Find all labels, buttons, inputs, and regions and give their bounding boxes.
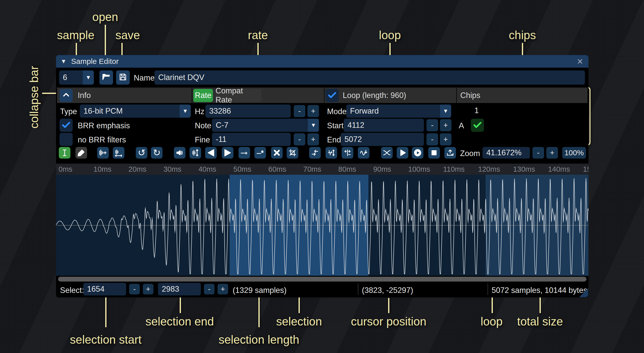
fine-plus-button[interactable]: + (307, 133, 319, 145)
chevron-down-icon[interactable]: ▼ (308, 119, 319, 132)
ruler-tick-label: 150ms (583, 165, 588, 173)
apply-filter-button[interactable] (358, 147, 369, 159)
trim-button[interactable] (287, 147, 298, 159)
signed-unsigned-button[interactable] (342, 147, 353, 159)
preview-button[interactable] (412, 147, 423, 159)
crossfade-button[interactable] (381, 147, 393, 159)
titlebar[interactable]: ▼ Sample Editor × (56, 55, 588, 68)
fine-input[interactable] (212, 133, 291, 146)
folder-open-icon (102, 72, 111, 83)
timeline-ruler[interactable]: 0ms10ms20ms30ms40ms50ms60ms70ms80ms90ms1… (56, 164, 588, 175)
annotation-sample: sample (57, 28, 94, 42)
loop-start-plus-button[interactable]: + (440, 119, 451, 131)
selection-end-input[interactable] (158, 283, 201, 295)
sample-name-input[interactable] (154, 70, 585, 85)
filter-icon (359, 148, 368, 157)
annotation-selection-start: selection start (70, 333, 142, 346)
selection-start-input[interactable] (83, 283, 126, 295)
loop-start-minus-button[interactable]: - (426, 119, 438, 131)
zoom-in-button[interactable]: + (546, 147, 558, 159)
fade-out-button[interactable] (222, 147, 233, 159)
selection-start-minus-button[interactable]: - (129, 284, 140, 294)
save-button[interactable] (116, 70, 130, 85)
loop-enable-checkbox[interactable] (326, 89, 339, 102)
redo-button[interactable]: ↻ (151, 147, 163, 159)
chip-enable-checkbox[interactable] (471, 119, 484, 132)
resize-button[interactable] (97, 147, 109, 159)
ruler-tick-label: 120ms (478, 165, 500, 173)
tab-rate[interactable]: Rate (193, 89, 213, 102)
sample-select[interactable]: 6 ▼ (59, 70, 94, 85)
page-background: open sample save rate loop chips collaps… (0, 0, 644, 353)
resample-button[interactable] (113, 147, 124, 159)
loop-end-plus-button[interactable]: + (440, 133, 451, 145)
selection-end-minus-button[interactable]: - (204, 284, 214, 294)
ruler-tick-label: 60ms (268, 165, 286, 173)
chips-column-label: 1 (474, 106, 479, 115)
annotation-open: open (92, 10, 118, 24)
collapse-bar-button[interactable] (60, 89, 73, 102)
floppy-disk-icon (119, 73, 127, 82)
hz-input[interactable] (205, 105, 291, 118)
ruler-tick-label: 10ms (94, 165, 112, 173)
total-size-text: 5072 samples, 10144 bytes (492, 286, 587, 295)
brr-emphasis-checkbox[interactable] (60, 119, 73, 132)
loop-end-minus-button[interactable]: - (426, 133, 438, 145)
zoom-out-button[interactable]: - (532, 147, 544, 159)
chips-row-label: A (459, 121, 464, 130)
loop-start-input[interactable] (344, 119, 424, 132)
status-divider (488, 283, 488, 295)
play-button[interactable] (397, 147, 408, 159)
invert-icon (327, 148, 336, 157)
chevron-down-icon[interactable]: ▼ (440, 105, 451, 118)
window-title: Sample Editor (71, 57, 119, 66)
zoom-reset-button[interactable]: 100% (562, 147, 586, 159)
sign-icon (343, 148, 352, 157)
loop-mode-select[interactable]: Forward ▼ (346, 105, 451, 118)
cursor-position-text: (3823, -25297) (362, 286, 413, 295)
scrollbar-thumb[interactable] (58, 277, 586, 282)
hz-plus-button[interactable]: + (307, 105, 319, 117)
chevron-down-icon[interactable]: ▼ (180, 105, 191, 118)
edit-mode-select-button[interactable] (59, 147, 70, 159)
chips-panel-header: Chips (457, 88, 587, 103)
close-icon[interactable]: × (577, 56, 583, 66)
chevron-down-icon[interactable]: ▼ (83, 70, 94, 85)
annotation-line-selection-start (105, 296, 106, 327)
hz-minus-button[interactable]: - (294, 105, 305, 117)
tab-compat-rate[interactable]: Compat Rate (216, 89, 261, 102)
type-select[interactable]: 16-bit PCM ▼ (80, 105, 191, 118)
pencil-icon (77, 148, 86, 157)
fine-label: Fine (195, 135, 210, 144)
fine-minus-button[interactable]: - (294, 133, 305, 145)
undo-button[interactable]: ↺ (136, 147, 147, 159)
create-wavetable-button[interactable] (444, 147, 456, 159)
waveform-display[interactable] (56, 175, 588, 276)
insert-silence-button[interactable] (238, 147, 250, 159)
note-select-value: C-7 (212, 119, 308, 132)
fade-in-button[interactable] (205, 147, 217, 159)
apply-silence-button[interactable] (254, 147, 266, 159)
selection-start-plus-button[interactable]: + (143, 284, 153, 294)
mode-label: Mode (327, 107, 347, 116)
stop-button[interactable] (428, 147, 440, 159)
amplify-button[interactable] (174, 147, 185, 159)
ruler-tick-label: 100ms (408, 165, 430, 173)
loop-end-input[interactable] (341, 133, 424, 146)
waveform-canvas[interactable] (56, 175, 588, 276)
normalize-button[interactable] (190, 147, 201, 159)
edit-mode-draw-button[interactable] (75, 147, 87, 159)
selection-end-plus-button[interactable]: + (218, 284, 228, 294)
delete-button[interactable] (271, 147, 283, 159)
no-brr-filters-checkbox[interactable] (60, 133, 73, 146)
open-button[interactable] (99, 70, 113, 85)
note-select[interactable]: C-7 ▼ (212, 119, 319, 132)
window-collapse-icon[interactable]: ▼ (61, 58, 67, 65)
silence-plus-icon (240, 148, 249, 157)
zoom-input[interactable] (482, 147, 530, 159)
reverse-button[interactable] (309, 147, 321, 159)
annotation-selection: selection (276, 315, 322, 328)
invert-button[interactable] (326, 147, 337, 159)
waveform-scrollbar[interactable] (56, 276, 588, 282)
window-resize-grip[interactable] (579, 288, 588, 297)
